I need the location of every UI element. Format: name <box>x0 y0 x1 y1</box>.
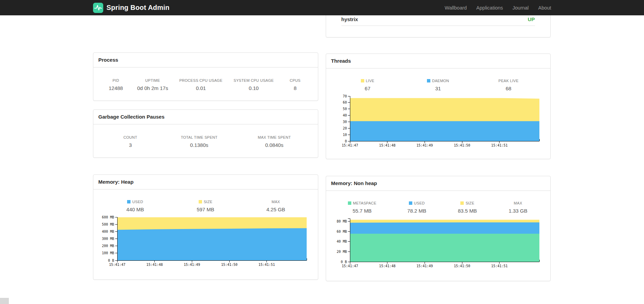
legend-value: 4.25 GB <box>265 207 286 212</box>
gc-panel-header: Garbage Collection Pauses <box>93 110 318 124</box>
legend-heap-used: USED 440 MB <box>125 200 145 212</box>
nonheap-chart-svg: 0 B20 MB40 MB60 MB80 MB15:41:4715:41:481… <box>334 216 542 269</box>
application-status-badge: UP <box>528 16 535 22</box>
legend-label-text: MAX <box>514 201 522 205</box>
legend-label: METASPACE <box>348 201 377 205</box>
metric-process-cpu-usage: PROCESS CPU USAGE 0.01 <box>179 78 223 91</box>
legend-value: 78.2 MB <box>407 208 427 214</box>
svg-text:15:41:49: 15:41:49 <box>416 264 433 268</box>
gc-panel-title: Garbage Collection Pauses <box>98 114 165 120</box>
svg-text:70: 70 <box>342 94 347 98</box>
nonheap-legend: METASPACE 55.7 MB USED 78.2 MB SIZE <box>326 191 550 214</box>
memory-nonheap-panel-header: Memory: Non heap <box>326 176 550 191</box>
legend-label-text: MAX <box>272 200 280 204</box>
svg-text:15:41:49: 15:41:49 <box>416 143 433 147</box>
legend-value: 68 <box>498 86 519 91</box>
svg-text:10: 10 <box>342 133 347 137</box>
svg-text:15:41:48: 15:41:48 <box>146 263 163 267</box>
svg-text:15:41:48: 15:41:48 <box>379 264 395 268</box>
memory-nonheap-panel-title: Memory: Non heap <box>331 180 377 186</box>
svg-text:15:41:47: 15:41:47 <box>341 143 358 147</box>
threads-panel-header: Threads <box>326 54 550 69</box>
legend-heap-max: MAX 4.25 GB <box>265 200 286 212</box>
legend-label-text: SIZE <box>204 200 213 204</box>
legend-metaspace: METASPACE 55.7 MB <box>348 201 377 214</box>
heap-chart: 0 B100 MB200 MB300 MB400 MB500 MB600 MB1… <box>93 212 318 279</box>
svg-text:0 B: 0 B <box>108 259 114 262</box>
legend-value: 67 <box>357 86 378 91</box>
memory-heap-panel-header: Memory: Heap <box>93 175 318 189</box>
legend-nonheap-max: MAX 1.33 GB <box>508 201 528 214</box>
svg-text:40 MB: 40 MB <box>336 240 347 243</box>
legend-label-text: METASPACE <box>353 201 377 205</box>
process-panel-header: Process <box>93 53 318 67</box>
legend-label: SIZE <box>457 201 478 205</box>
live-swatch-icon <box>361 79 364 82</box>
size-swatch-icon <box>460 201 464 205</box>
nav-item-journal[interactable]: Journal <box>508 5 534 11</box>
svg-text:300 MB: 300 MB <box>102 237 114 241</box>
metric-gc-count: COUNT 3 <box>120 135 141 148</box>
legend-label: MAX <box>508 201 528 205</box>
legend-label: USED <box>407 201 427 205</box>
heap-legend: USED 440 MB SIZE 597 MB MAX 4.25 GB <box>93 189 318 212</box>
svg-text:15:41:47: 15:41:47 <box>341 264 358 268</box>
svg-text:60 MB: 60 MB <box>336 230 347 233</box>
metric-label: PID <box>106 78 126 82</box>
legend-daemon: DAEMON 31 <box>427 79 449 91</box>
legend-heap-size: SIZE 597 MB <box>195 200 216 212</box>
legend-nonheap-used: USED 78.2 MB <box>407 201 427 214</box>
metric-label: SYSTEM CPU USAGE <box>234 78 274 82</box>
metric-uptime: UPTIME 0d 0h 2m 17s <box>137 78 168 91</box>
used-swatch-icon <box>127 200 131 203</box>
legend-value: 55.7 MB <box>348 208 377 214</box>
legend-label: DAEMON <box>427 79 449 83</box>
legend-label-text: LIVE <box>366 79 374 83</box>
svg-text:80 MB: 80 MB <box>336 219 347 223</box>
application-name[interactable]: hystrix <box>341 16 358 22</box>
svg-text:0: 0 <box>344 139 347 143</box>
metric-pid: PID 12488 <box>106 78 126 91</box>
nav-item-applications[interactable]: Applications <box>472 5 508 11</box>
brand-link[interactable]: Spring Boot Admin <box>93 3 170 13</box>
nav-item-wallboard[interactable]: Wallboard <box>440 5 472 11</box>
legend-value: 597 MB <box>195 207 216 212</box>
svg-text:15:41:48: 15:41:48 <box>379 143 395 147</box>
gc-pauses-panel: Garbage Collection Pauses COUNT 3 TOTAL … <box>93 109 318 158</box>
memory-heap-panel-title: Memory: Heap <box>98 179 134 185</box>
svg-text:200 MB: 200 MB <box>102 244 114 248</box>
size-swatch-icon <box>199 200 202 203</box>
memory-nonheap-panel: Memory: Non heap METASPACE 55.7 MB USED … <box>326 176 551 281</box>
threads-legend: LIVE 67 DAEMON 31 PEAK LIVE 68 <box>326 69 550 91</box>
nav-item-about[interactable]: About <box>534 5 551 11</box>
legend-value: 1.33 GB <box>508 208 528 214</box>
legend-value: 83.5 MB <box>457 208 478 214</box>
brand-title: Spring Boot Admin <box>107 4 170 12</box>
metric-gc-total-time: TOTAL TIME SPENT 0.1380s <box>181 135 218 148</box>
svg-text:15:41:51: 15:41:51 <box>491 143 507 147</box>
metric-cpus: CPUS 8 <box>285 78 305 91</box>
legend-nonheap-size: SIZE 83.5 MB <box>457 201 478 214</box>
metaspace-swatch-icon <box>348 201 351 205</box>
spacer <box>93 15 318 52</box>
svg-text:15:41:49: 15:41:49 <box>184 263 200 267</box>
nonheap-chart: 0 B20 MB40 MB60 MB80 MB15:41:4715:41:481… <box>326 214 550 281</box>
metric-value: 0.1380s <box>181 142 218 148</box>
svg-text:15:41:50: 15:41:50 <box>454 264 470 268</box>
legend-live: LIVE 67 <box>357 79 378 91</box>
spring-boot-admin-logo-icon <box>93 3 103 13</box>
svg-text:400 MB: 400 MB <box>102 230 114 233</box>
legend-label: SIZE <box>195 200 216 204</box>
threads-chart: 01020304050607015:41:4715:41:4815:41:491… <box>326 91 550 159</box>
memory-heap-panel: Memory: Heap USED 440 MB SIZE 597 MB <box>93 174 318 280</box>
metric-label: TOTAL TIME SPENT <box>181 135 218 139</box>
process-metrics: PID 12488 UPTIME 0d 0h 2m 17s PROCESS CP… <box>93 67 318 101</box>
legend-label: MAX <box>265 200 286 204</box>
metric-value: 3 <box>120 142 141 148</box>
main-content: Process PID 12488 UPTIME 0d 0h 2m 17s PR… <box>93 15 551 281</box>
legend-label-text: USED <box>414 201 425 205</box>
svg-text:60: 60 <box>342 101 347 104</box>
metric-value: 0.0840s <box>258 142 291 148</box>
svg-text:600 MB: 600 MB <box>102 215 114 219</box>
metric-label: UPTIME <box>137 78 168 82</box>
